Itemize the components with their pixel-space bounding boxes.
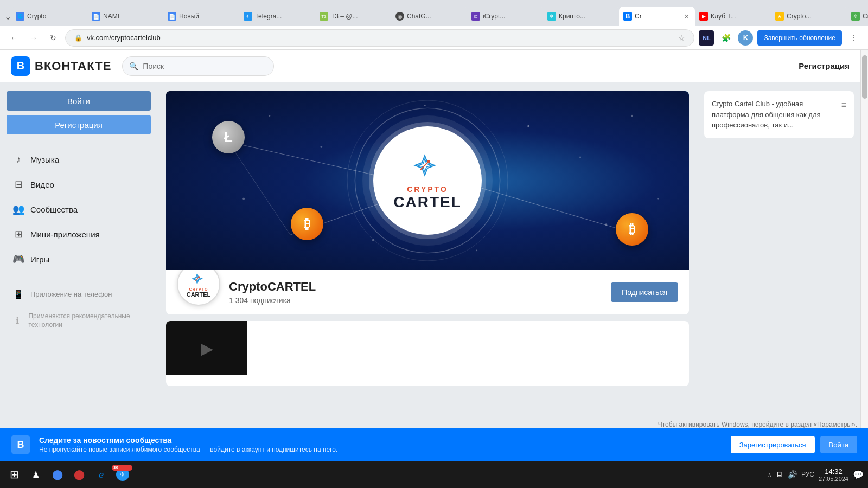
tab-5[interactable]: ◎ ChatG... xyxy=(391,7,467,26)
tab-9[interactable]: ▶ Клуб Т... xyxy=(695,7,771,26)
search-input[interactable] xyxy=(143,62,267,70)
taskbar-telegram-icon[interactable]: ✈ 30 xyxy=(113,465,132,484)
taskbar-sound-icon[interactable]: 🔊 xyxy=(788,470,797,479)
taskbar-right: ∧ 🖥 🔊 РУС 14:32 27.05.2024 💬 xyxy=(768,467,864,482)
bitcoin-left-decoration: ₿ xyxy=(291,208,323,240)
sidebar-item-games[interactable]: 🎮 Игры xyxy=(7,249,151,269)
sidebar-item-recommendations: ℹ Применяются рекомендательные технологи… xyxy=(7,308,151,333)
taskbar-chrome-icon[interactable]: ⬤ xyxy=(48,465,67,484)
avatar-logo-svg xyxy=(188,271,209,287)
tab-label-5: ChatG... xyxy=(407,12,463,20)
taskbar-time-display[interactable]: 14:32 27.05.2024 xyxy=(819,467,848,482)
tab-label-10: Crypto... xyxy=(787,12,843,20)
sidebar-item-mobile-app[interactable]: 📱 Приложение на телефон xyxy=(7,285,151,304)
feed-post-thumbnail: ▶ xyxy=(166,321,247,375)
vk-search-bar[interactable]: 🔍 xyxy=(122,56,274,76)
vk-logo-text: ВКОНТАКТЕ xyxy=(35,59,111,73)
cover-image: Ł ₿ ₿ xyxy=(166,91,689,270)
tab-2[interactable]: 📄 Новый xyxy=(163,7,239,26)
tab-8[interactable]: В Cr ✕ xyxy=(619,7,695,26)
taskbar-date: 27.05.2024 xyxy=(819,476,848,482)
sidebar-divider-2 xyxy=(7,274,151,280)
profile-icon[interactable]: K xyxy=(738,30,753,46)
feed-post: ▶ xyxy=(166,321,689,386)
cover-cartel-text: CARTEL xyxy=(393,194,462,211)
taskbar-time: 14:32 xyxy=(819,467,848,476)
tab-favicon-10: ★ xyxy=(775,12,784,21)
sidebar-menu-icon[interactable]: ≡ xyxy=(841,99,846,112)
sidebar-label-games: Игры xyxy=(30,255,49,264)
tab-label-9: Клуб Т... xyxy=(711,12,767,20)
tab-favicon-7: ❄ xyxy=(547,12,556,21)
tab-close-8[interactable]: ✕ xyxy=(682,12,691,21)
vk-main: Ł ₿ ₿ xyxy=(157,82,698,461)
subscribe-button[interactable]: Подписаться xyxy=(611,282,678,302)
tab-bar: ⌄ 🌐 Crypto 📄 NAME 📄 Новый ✈ Telegra... T… xyxy=(0,0,868,26)
login-button[interactable]: Войти xyxy=(7,91,151,111)
sidebar-item-communities[interactable]: 👥 Сообщества xyxy=(7,199,151,220)
nl-extension-icon[interactable]: NL xyxy=(699,30,714,46)
taskbar-notification-icon[interactable]: 💬 xyxy=(853,470,864,480)
address-input-field[interactable]: 🔒 vk.com/cryptocartelclub ☆ xyxy=(65,29,694,47)
vk-logo[interactable]: В ВКОНТАКТЕ xyxy=(11,56,111,76)
right-sidebar-card: ≡ Crypto Cartel Club - удобная платформа… xyxy=(704,91,854,138)
tab-10[interactable]: ★ Crypto... xyxy=(771,7,847,26)
taskbar-network-icon[interactable]: 🖥 xyxy=(776,470,783,479)
sidebar-label-music: Музыка xyxy=(30,155,59,164)
tab-favicon-11: ❊ xyxy=(851,12,860,21)
tab-11[interactable]: ❊ Crypto... xyxy=(847,7,868,26)
sidebar-register-button[interactable]: Регистрация xyxy=(7,115,151,134)
start-button[interactable]: ⊞ xyxy=(4,465,24,484)
tab-6[interactable]: lC ιCrypt... xyxy=(467,7,543,26)
tab-favicon-3: ✈ xyxy=(244,12,252,21)
search-icon: 🔍 xyxy=(129,62,138,70)
banner-register-button[interactable]: Зарегистрироваться xyxy=(731,436,815,453)
menu-icon[interactable]: ⋮ xyxy=(846,30,861,46)
scrollbar[interactable] xyxy=(860,50,868,461)
forward-button[interactable]: → xyxy=(26,30,41,46)
mobile-icon: 📱 xyxy=(12,289,25,299)
bookmark-icon[interactable]: ☆ xyxy=(678,34,685,42)
taskbar: ⊞ ♟ ⬤ ⬤ ℯ ✈ 30 ∧ 🖥 🔊 РУС 14:32 27.05.202… xyxy=(0,461,868,488)
sidebar-item-video[interactable]: ⊟ Видео xyxy=(7,174,151,195)
sidebar-item-miniapps[interactable]: ⊞ Мини-приложения xyxy=(7,224,151,245)
banner-login-button[interactable]: Войти xyxy=(820,436,857,453)
feed-row: ▶ xyxy=(166,321,689,386)
taskbar-edge-icon[interactable]: ℯ xyxy=(91,465,111,484)
tab-favicon-9: ▶ xyxy=(699,12,708,21)
banner-title: Следите за новостями сообщества xyxy=(39,436,722,445)
bitcoin-right-decoration: ₿ xyxy=(616,213,648,246)
reload-button[interactable]: ↻ xyxy=(46,30,61,46)
update-button[interactable]: Завершить обновление xyxy=(757,30,842,46)
taskbar-language[interactable]: РУС xyxy=(801,471,814,478)
cover-center-logo: CRYPTO CARTEL xyxy=(373,126,482,235)
tab-label-4: Т3 – @... xyxy=(331,12,387,20)
sidebar-label-communities: Сообщества xyxy=(30,205,78,214)
tab-favicon-0: 🌐 xyxy=(16,12,24,21)
tab-1[interactable]: 📄 NAME xyxy=(87,7,163,26)
vk-body: Войти Регистрация ♪ Музыка ⊟ Видео 👥 Соо… xyxy=(0,82,860,461)
music-icon: ♪ xyxy=(12,154,25,165)
tab-7[interactable]: ❄ Крипто... xyxy=(543,7,619,26)
scrollbar-thumb[interactable] xyxy=(862,55,867,99)
litecoin-decoration: Ł xyxy=(212,121,245,153)
taskbar-steam-icon[interactable]: ♟ xyxy=(26,465,46,484)
communities-icon: 👥 xyxy=(12,203,25,215)
sidebar-label-miniapps: Мини-приложения xyxy=(30,230,100,239)
back-button[interactable]: ← xyxy=(7,30,22,46)
page-content: В ВКОНТАКТЕ 🔍 Регистрация Войти Регистра… xyxy=(0,50,868,461)
header-register-link[interactable]: Регистрация xyxy=(799,61,850,70)
tab-3[interactable]: ✈ Telegra... xyxy=(239,7,315,26)
cover-crypto-text: CRYPTO xyxy=(407,185,448,194)
tab-label-6: ιCrypt... xyxy=(483,12,539,20)
tab-0[interactable]: 🌐 Crypto xyxy=(11,7,87,26)
sidebar-item-music[interactable]: ♪ Музыка xyxy=(7,150,151,170)
vk-sidebar: Войти Регистрация ♪ Музыка ⊟ Видео 👥 Соо… xyxy=(0,82,157,461)
vk-page: В ВКОНТАКТЕ 🔍 Регистрация Войти Регистра… xyxy=(0,50,860,461)
taskbar-red-icon[interactable]: ⬤ xyxy=(69,465,89,484)
extensions-icon[interactable]: 🧩 xyxy=(718,30,733,46)
taskbar-arrow-icon[interactable]: ∧ xyxy=(768,472,771,478)
tab-4[interactable]: T3 Т3 – @... xyxy=(315,7,391,26)
tab-back-arrow[interactable]: ⌄ xyxy=(4,9,11,24)
cover-section: Ł ₿ ₿ xyxy=(166,91,689,314)
